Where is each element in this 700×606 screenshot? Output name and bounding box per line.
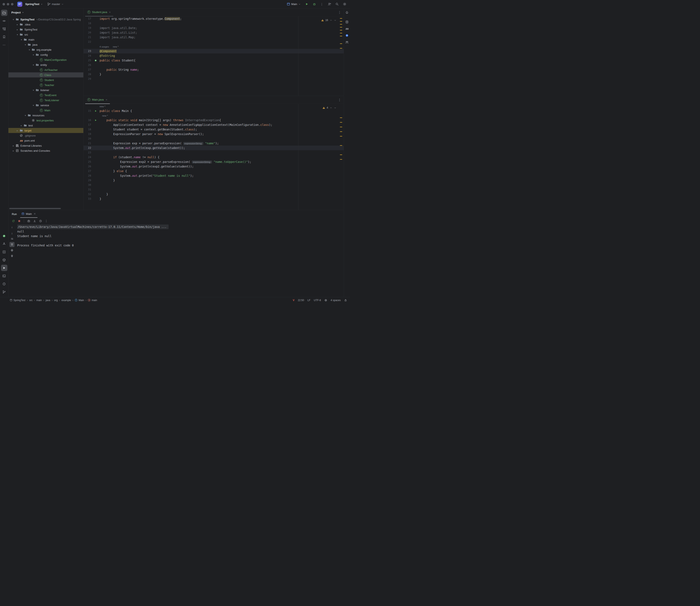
line-number[interactable]: 21 xyxy=(84,35,93,40)
clear-button[interactable] xyxy=(9,253,15,258)
tree-item-main[interactable]: ▾main xyxy=(8,37,83,42)
run-gutter-icon[interactable] xyxy=(93,118,98,122)
code-line[interactable]: 18 xyxy=(84,21,344,26)
code-line[interactable]: 24@ToString xyxy=(84,53,344,58)
breadcrumb-item-main[interactable]: CMain xyxy=(75,299,84,302)
database-icon[interactable] xyxy=(345,19,350,24)
rerun-button[interactable] xyxy=(10,218,16,224)
tree-item-springtest[interactable]: ▸SpringTest xyxy=(8,27,83,32)
version-control-icon[interactable] xyxy=(1,289,7,295)
tree-item-scratches-and-consoles[interactable]: ▸Scratches and Consoles xyxy=(8,148,83,153)
code-line[interactable]: 28} xyxy=(84,72,344,76)
more-vertical-button[interactable]: ⋮ xyxy=(44,218,49,224)
minimize-window-button[interactable] xyxy=(7,3,9,5)
chevron-collapsed-icon[interactable]: ▸ xyxy=(15,23,19,26)
next-problem-icon[interactable] xyxy=(334,107,336,109)
inlay-hint-line[interactable]: new * xyxy=(84,113,344,118)
line-number[interactable]: 22 xyxy=(84,146,93,150)
line-number[interactable] xyxy=(84,113,93,118)
bookmarks-icon[interactable] xyxy=(1,34,7,40)
code-line[interactable]: 25public class Student{ xyxy=(84,58,344,63)
code-line[interactable]: 26 xyxy=(84,63,344,67)
code-line[interactable]: 17 ApplicationContext context = new Anno… xyxy=(84,122,344,127)
project-selector[interactable]: SpringTest xyxy=(24,2,44,6)
code-line[interactable]: 23@Component xyxy=(84,49,344,53)
zoom-window-button[interactable] xyxy=(11,3,14,5)
chevron-collapsed-icon[interactable]: ▸ xyxy=(19,124,23,127)
prev-problem-icon[interactable] xyxy=(330,19,332,22)
tree-item-config[interactable]: ▾config xyxy=(8,52,83,57)
encoding-widget[interactable]: UTF-8 xyxy=(314,299,321,302)
bean-gutter-icon[interactable] xyxy=(93,58,98,63)
line-number[interactable]: 17 xyxy=(84,17,93,21)
scroll-to-end-button[interactable] xyxy=(9,242,15,247)
tree-item-class[interactable]: CClass xyxy=(8,72,83,77)
spring-icon[interactable] xyxy=(1,233,7,239)
line-number[interactable]: 23 xyxy=(84,150,93,155)
services-icon[interactable] xyxy=(1,249,7,255)
inlay-hint-line[interactable]: new * xyxy=(84,104,344,109)
breadcrumb-item-springtest[interactable]: SpringTest xyxy=(10,299,25,302)
breadcrumb-item-example[interactable]: example xyxy=(62,299,71,302)
up-button[interactable]: ↑ xyxy=(9,225,15,230)
code-line[interactable]: 33} xyxy=(84,196,344,201)
error-stripe[interactable] xyxy=(340,17,344,96)
code-line[interactable]: 30 xyxy=(84,183,344,187)
debug-button[interactable] xyxy=(311,1,317,7)
code-line[interactable]: 25 Expression exp2 = parser.parseExpress… xyxy=(84,160,344,164)
chevron-collapsed-icon[interactable]: ▸ xyxy=(11,144,15,147)
code-line[interactable]: 16 public static void main(String[] args… xyxy=(84,118,344,122)
vim-mode-widget[interactable]: V xyxy=(293,299,295,302)
tree-item-test[interactable]: ▸test xyxy=(8,123,83,128)
close-window-button[interactable] xyxy=(2,3,5,5)
chevron-collapsed-icon[interactable]: ▸ xyxy=(15,130,19,132)
tree-item-external-libraries[interactable]: ▸External Libraries xyxy=(8,143,83,148)
indent-widget[interactable]: 4 spaces xyxy=(331,299,341,302)
line-number[interactable] xyxy=(84,104,93,109)
tree-item-springtest[interactable]: ▾SpringTest~/Desktop/CS/JavaEE/2 Java Sp… xyxy=(8,17,83,22)
line-number[interactable]: 25 xyxy=(84,58,93,63)
next-problem-icon[interactable] xyxy=(334,19,336,22)
code-area[interactable]: new *15public class Main { new *16 publi… xyxy=(84,104,344,210)
project-panel-header[interactable]: Project xyxy=(8,8,83,17)
tab-main-java[interactable]: C Main.java xyxy=(85,96,110,104)
chevron-expanded-icon[interactable]: ▾ xyxy=(31,89,36,91)
tree-item-artteacher[interactable]: CArtTeacher xyxy=(8,67,83,72)
line-number[interactable]: 20 xyxy=(84,136,93,141)
breadcrumb-item-org[interactable]: org xyxy=(54,299,58,302)
tree-item--idea[interactable]: ▸.idea xyxy=(8,22,83,27)
line-number[interactable]: 33 xyxy=(84,196,93,201)
tree-item-resources[interactable]: ▾resources xyxy=(8,113,83,118)
structure-icon[interactable] xyxy=(1,26,7,32)
line-number[interactable]: 17 xyxy=(84,122,93,127)
tree-item-service[interactable]: ▾service xyxy=(8,103,83,108)
chevron-expanded-icon[interactable]: ▾ xyxy=(19,39,23,41)
line-number[interactable]: 26 xyxy=(84,164,93,169)
chevron-expanded-icon[interactable]: ▾ xyxy=(11,18,15,21)
breadcrumb-item-java[interactable]: java xyxy=(46,299,50,302)
line-separator-widget[interactable]: LF xyxy=(307,299,310,302)
settings-button[interactable] xyxy=(342,1,348,7)
line-number[interactable]: 27 xyxy=(84,169,93,173)
tree-item-mainconfiguration[interactable]: CMainConfiguration xyxy=(8,57,83,62)
code-line[interactable]: 28 System.out.println("Student name is n… xyxy=(84,173,344,178)
line-number[interactable]: 29 xyxy=(84,178,93,183)
line-number[interactable]: 25 xyxy=(84,160,93,164)
camera-button[interactable] xyxy=(26,218,31,224)
stop-button[interactable] xyxy=(17,218,22,224)
inlay-hint-line[interactable]: 4 usages new * xyxy=(84,44,344,49)
tree-item-src[interactable]: ▾src xyxy=(8,32,83,37)
tree-item-java[interactable]: ▾java xyxy=(8,42,83,47)
chevron-expanded-icon[interactable]: ▾ xyxy=(27,49,31,51)
chevron-expanded-icon[interactable]: ▾ xyxy=(23,114,27,117)
line-number[interactable]: 20 xyxy=(84,30,93,35)
project-icon[interactable] xyxy=(1,10,7,16)
down-button[interactable]: ↓ xyxy=(9,231,15,236)
horizontal-scrollbar[interactable] xyxy=(9,208,61,209)
line-number[interactable]: 24 xyxy=(84,53,93,58)
code-line[interactable]: 21 Expression exp = parser.parseExpressi… xyxy=(84,141,344,146)
line-number[interactable]: 15 xyxy=(84,109,93,113)
notifications-icon[interactable] xyxy=(345,10,350,15)
line-number[interactable]: 31 xyxy=(84,187,93,192)
code-line[interactable]: 26 System.out.println(exp2.getValue(stud… xyxy=(84,164,344,169)
